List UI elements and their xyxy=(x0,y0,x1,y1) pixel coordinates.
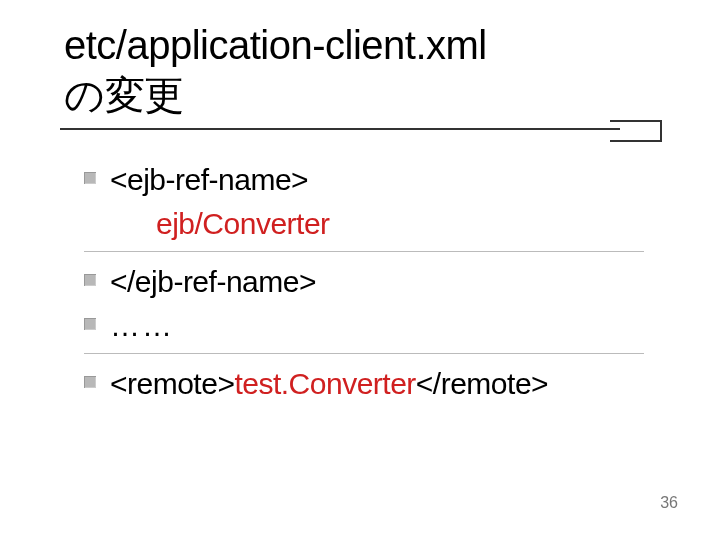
body-line-2: ejb/Converter xyxy=(84,202,670,246)
body-line-5: <remote>test.Converter</remote> xyxy=(84,362,670,406)
bullet-icon xyxy=(84,274,96,286)
body-line-3: </ejb-ref-name> xyxy=(84,260,670,304)
title-decoration xyxy=(610,120,662,142)
remote-value: test.Converter xyxy=(234,367,415,400)
ejb-ref-open-tag: <ejb-ref-name> xyxy=(110,158,308,202)
remote-line: <remote>test.Converter</remote> xyxy=(110,362,548,406)
bullet-icon xyxy=(84,318,96,330)
title-underline xyxy=(60,128,620,130)
remote-close-tag: </remote> xyxy=(416,367,548,400)
body-line-1: <ejb-ref-name> xyxy=(84,158,670,202)
ellipsis-text: …… xyxy=(110,304,174,348)
title-line-1: etc/application-client.xml xyxy=(64,23,487,67)
ejb-ref-close-tag: </ejb-ref-name> xyxy=(110,260,316,304)
row-divider-2 xyxy=(84,353,644,354)
bullet-icon xyxy=(84,172,96,184)
slide: etc/application-client.xml の変更 <ejb-ref-… xyxy=(0,0,720,540)
page-number: 36 xyxy=(660,494,678,512)
ejb-ref-value: ejb/Converter xyxy=(156,207,330,240)
title-line-2: の変更 xyxy=(64,73,184,117)
body-line-4: …… xyxy=(84,304,670,348)
row-divider-1 xyxy=(84,251,644,252)
slide-body: <ejb-ref-name> ejb/Converter </ejb-ref-n… xyxy=(60,158,670,406)
remote-open-tag: <remote> xyxy=(110,367,234,400)
slide-title: etc/application-client.xml の変更 xyxy=(60,20,670,120)
bullet-icon xyxy=(84,376,96,388)
